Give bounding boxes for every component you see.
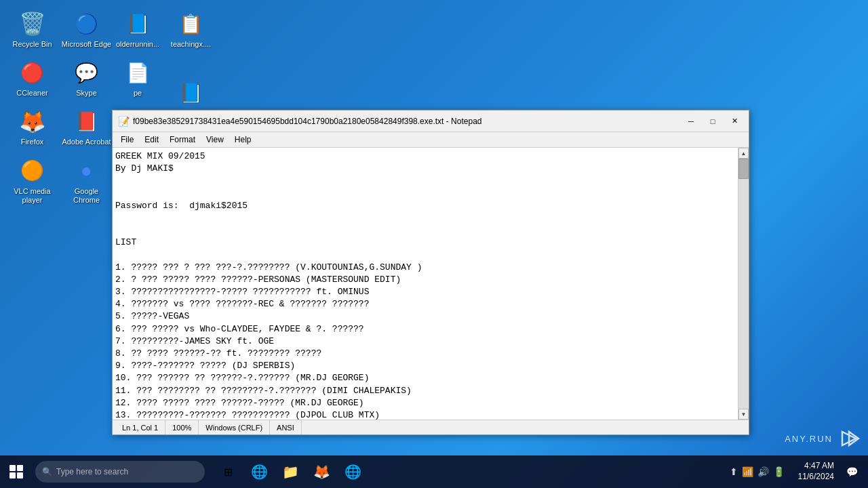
edge-icon[interactable]: 🔵 Microsoft Edge: [58, 7, 115, 52]
blank2-icon: [166, 66, 216, 73]
anyrun-text: ANY.RUN: [785, 434, 833, 444]
windows-icon: [9, 465, 23, 479]
notepad-title: f09be83e385291738431ea4e590154695bdd104c…: [133, 117, 678, 126]
blank1-icon: [166, 56, 216, 62]
scroll-up-arrow[interactable]: ▲: [738, 148, 749, 159]
minimize-button[interactable]: ─: [682, 115, 700, 128]
notepad-app-icon: 📝: [118, 116, 129, 127]
svg-marker-1: [849, 432, 859, 445]
notepad-titlebar: 📝 f09be83e385291738431ea4e590154695bdd10…: [113, 110, 749, 132]
olderrunni-label: olderrunnin...: [116, 40, 159, 49]
chrome-label: Google Chrome: [61, 187, 112, 205]
notepad-statusbar: Ln 1, Col 1 100% Windows (CRLF) ANSI: [113, 420, 749, 434]
taskbar: 🔍 Type here to search ⊞ 🌐 📁 🦊 🌐 ⬆ 📶 🔊 🔋 …: [0, 455, 868, 488]
olderrunni-icon[interactable]: 📘 olderrunnin...: [112, 7, 163, 52]
task-view-button[interactable]: ⊞: [213, 457, 243, 487]
notification-button[interactable]: 💬: [841, 455, 863, 488]
notepad-content-area: GREEK MIX 09/2015 By Dj MAKI$ Password i…: [113, 148, 749, 420]
adobe-acrobat-icon[interactable]: 📕 Adobe Acrobat: [58, 104, 115, 150]
pe-label: pe: [134, 89, 142, 98]
taskbar-network-app[interactable]: 🌐: [338, 457, 368, 487]
ccleaner-label: CCleaner: [16, 89, 47, 98]
teachingx-icon[interactable]: 📋 teachingx....: [166, 7, 216, 52]
file-menu[interactable]: File: [115, 134, 139, 146]
help-menu[interactable]: Help: [229, 134, 257, 146]
vlc-icon[interactable]: 🟠 VLC media player: [3, 154, 61, 208]
battery-tray-icon[interactable]: 🔋: [773, 466, 785, 477]
status-ln-col: Ln 1, Col 1: [115, 420, 165, 434]
taskbar-apps: ⊞ 🌐 📁 🦊 🌐: [213, 455, 368, 488]
anyrun-logo: [837, 426, 861, 451]
systray: ⬆ 📶 🔊 🔋: [723, 466, 791, 477]
taskbar-explorer[interactable]: 📁: [275, 457, 305, 487]
vlc-label: VLC media player: [7, 187, 58, 205]
network-tray-icon[interactable]: 📶: [742, 466, 753, 477]
format-menu[interactable]: Format: [164, 134, 201, 146]
recycle-bin-icon[interactable]: 🗑️ Recycle Bin: [3, 7, 61, 52]
status-zoom: 100%: [165, 420, 199, 434]
taskbar-edge[interactable]: 🌐: [244, 457, 274, 487]
skype-icon[interactable]: 💬 Skype: [58, 56, 115, 101]
taskbar-clock[interactable]: 4:47 AM 11/6/2024: [791, 461, 841, 482]
notepad-menubar: File Edit Format View Help: [113, 132, 749, 148]
maximize-button[interactable]: □: [704, 115, 722, 128]
scroll-track: [738, 159, 749, 409]
chrome-icon[interactable]: ● Google Chrome: [58, 154, 115, 208]
notepad-scrollbar[interactable]: ▲ ▼: [738, 148, 749, 420]
notepad-window: 📝 f09be83e385291738431ea4e590154695bdd10…: [112, 110, 749, 435]
firefox-icon[interactable]: 🦊 Firefox: [3, 104, 61, 150]
search-bar[interactable]: 🔍 Type here to search: [35, 461, 205, 483]
notepad-textarea[interactable]: GREEK MIX 09/2015 By Dj MAKI$ Password i…: [113, 148, 738, 420]
adobe-label: Adobe Acrobat: [62, 138, 111, 146]
taskbar-right: ⬆ 📶 🔊 🔋 4:47 AM 11/6/2024 💬: [723, 455, 868, 488]
ccleaner-icon[interactable]: 🔴 CCleaner: [3, 56, 61, 101]
skype-label: Skype: [76, 89, 97, 98]
edge-label: Microsoft Edge: [62, 40, 111, 49]
close-button[interactable]: ✕: [726, 115, 743, 128]
scroll-thumb[interactable]: [738, 159, 749, 179]
teachingx-label: teachingx....: [171, 40, 211, 49]
pe-icon[interactable]: 📄 pe: [112, 56, 163, 101]
start-button[interactable]: [0, 455, 33, 488]
volume-tray-icon[interactable]: 🔊: [757, 466, 769, 477]
clock-time: 4:47 AM: [804, 461, 834, 472]
scroll-down-arrow[interactable]: ▼: [738, 409, 749, 420]
firefox-label: Firefox: [21, 138, 44, 146]
taskbar-firefox[interactable]: 🦊: [307, 457, 336, 487]
up-arrow-tray-icon[interactable]: ⬆: [730, 466, 738, 477]
status-eol: Windows (CRLF): [199, 420, 270, 434]
view-menu[interactable]: View: [201, 134, 229, 146]
edit-menu[interactable]: Edit: [139, 134, 164, 146]
anyrun-watermark: ANY.RUN: [785, 426, 861, 451]
clock-date: 11/6/2024: [798, 472, 834, 483]
search-icon: 🔍: [42, 467, 52, 476]
search-placeholder-text: Type here to search: [56, 467, 128, 476]
status-encoding: ANSI: [270, 420, 302, 434]
recycle-bin-label: Recycle Bin: [12, 40, 52, 49]
